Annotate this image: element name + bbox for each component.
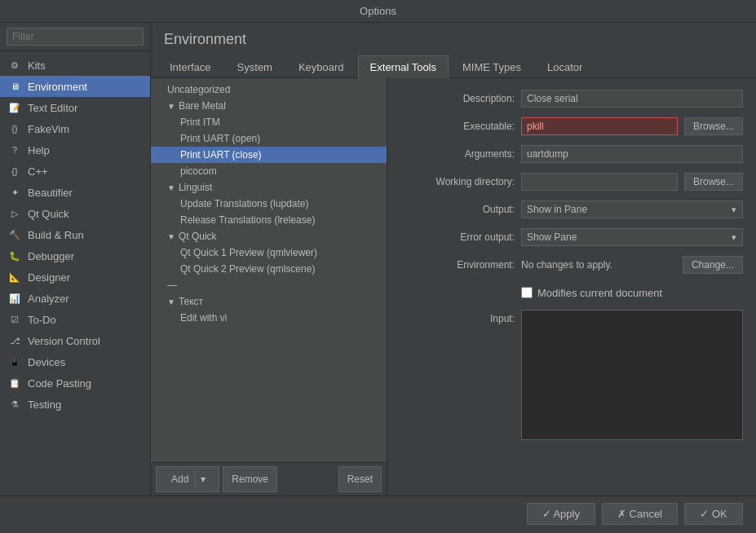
sidebar-item-qt-quick[interactable]: ▷Qt Quick (0, 203, 150, 224)
output-select-wrapper: Show in PaneReplace SelectionIgnoreShow … (521, 200, 743, 218)
error-output-select-wrapper: Show PaneReplace SelectionIgnoreShow in … (521, 228, 743, 246)
remove-button[interactable]: Remove (223, 466, 277, 492)
split-pane: Uncategorized▼Bare MetalPrint ITMPrint U… (151, 78, 756, 496)
help-icon: ? (8, 143, 21, 156)
executable-control (521, 117, 678, 135)
add-button[interactable]: Add (165, 470, 195, 488)
error-output-row: Error output: Show PaneReplace Selection… (400, 227, 743, 248)
sidebar-item-analyzer[interactable]: 📊Analyzer (0, 288, 150, 309)
tab-locator[interactable]: Locator (535, 55, 595, 78)
tree-item-qt-quick-2[interactable]: Qt Quick 2 Preview (qmlscene) (151, 261, 387, 277)
arguments-row: Arguments: (400, 143, 743, 165)
sidebar-item-to-do[interactable]: ☑To-Do (0, 309, 150, 330)
tab-keyboard[interactable]: Keyboard (286, 55, 356, 78)
tree-pane: Uncategorized▼Bare MetalPrint ITMPrint U… (151, 78, 387, 496)
sidebar-label-code-pasting: Code Pasting (28, 377, 91, 390)
sidebar-item-text-editor[interactable]: 📝Text Editor (0, 97, 150, 118)
sidebar-item-help[interactable]: ?Help (0, 139, 150, 161)
executable-label: Executable: (400, 121, 515, 132)
reset-button[interactable]: Reset (338, 466, 382, 492)
sidebar-item-fakevim[interactable]: {}FakeVim (0, 118, 150, 139)
filter-box (0, 23, 150, 51)
title-bar: Options (0, 0, 756, 23)
tab-system[interactable]: System (225, 55, 285, 78)
add-button-group: Add ▾ (156, 466, 219, 492)
sidebar-label-analyzer: Analyzer (28, 293, 69, 305)
tree-item-qt-quick[interactable]: ▼Qt Quick (151, 228, 387, 244)
output-select[interactable]: Show in PaneReplace SelectionIgnoreShow … (521, 200, 743, 218)
sidebar-label-version-control: Version Control (28, 335, 100, 347)
description-input[interactable] (521, 90, 743, 108)
code-pasting-icon: 📋 (8, 377, 21, 390)
debugger-icon: 🐛 (8, 249, 21, 262)
sidebar-item-debugger[interactable]: 🐛Debugger (0, 245, 150, 266)
version-control-icon: ⎇ (8, 334, 21, 347)
sidebar-item-cpp[interactable]: {}C++ (0, 161, 150, 182)
tree-item-print-itm[interactable]: Print ITM (151, 114, 387, 130)
bottom-bar: ✓ Apply ✗ Cancel ✓ OK (0, 496, 756, 531)
fakevim-icon: {} (8, 122, 21, 135)
input-textarea[interactable] (521, 310, 743, 440)
tree-item-qt-quick-1[interactable]: Qt Quick 1 Preview (qmlviewer) (151, 244, 387, 261)
tree-item-print-uart-close[interactable]: Print UART (close) (151, 147, 387, 163)
cancel-button[interactable]: ✗ Cancel (602, 503, 678, 525)
sidebar-items: ⚙Kits🖥Environment📝Text Editor{}FakeVim?H… (0, 51, 150, 496)
ok-button[interactable]: ✓ OK (684, 503, 743, 525)
tab-interface[interactable]: Interface (157, 55, 223, 78)
content-area: Environment InterfaceSystemKeyboardExter… (151, 23, 756, 496)
detail-pane: Description: Executable: Browse... Argum… (387, 78, 756, 496)
executable-browse-button[interactable]: Browse... (684, 117, 743, 135)
environment-row: Environment: No changes to apply. Change… (400, 254, 743, 275)
sidebar-item-environment[interactable]: 🖥Environment (0, 76, 150, 97)
sidebar-label-kits: Kits (28, 59, 46, 72)
tree-item-tekst[interactable]: ▼Текст (151, 293, 387, 310)
tree-item-release-translations[interactable]: Release Translations (lrelease) (151, 212, 387, 228)
tree-divider: — (151, 277, 387, 293)
sidebar-item-designer[interactable]: 📐Designer (0, 266, 150, 288)
environment-label: Environment: (400, 259, 515, 271)
sidebar-item-code-pasting[interactable]: 📋Code Pasting (0, 372, 150, 394)
sidebar: ⚙Kits🖥Environment📝Text Editor{}FakeVim?H… (0, 23, 151, 496)
filter-input[interactable] (7, 28, 144, 46)
working-dir-label: Working directory: (400, 176, 515, 187)
page-title: Environment (151, 23, 756, 55)
working-dir-input[interactable] (521, 173, 678, 191)
sidebar-item-build-run[interactable]: 🔨Build & Run (0, 224, 150, 245)
tree-item-print-uart-open[interactable]: Print UART (open) (151, 130, 387, 147)
sidebar-label-build-run: Build & Run (28, 229, 84, 241)
sidebar-label-environment: Environment (28, 81, 87, 93)
tree-item-bare-metal[interactable]: ▼Bare Metal (151, 98, 387, 114)
tree-scroll: Uncategorized▼Bare MetalPrint ITMPrint U… (151, 78, 387, 462)
modifies-doc-label[interactable]: Modifies current document (537, 287, 662, 299)
add-dropdown-button[interactable]: ▾ (195, 470, 210, 488)
arguments-control (521, 145, 743, 163)
description-row: Description: (400, 88, 743, 109)
tree-item-picocom[interactable]: picocom (151, 163, 387, 179)
arguments-input[interactable] (521, 145, 743, 163)
tree-item-uncategorized[interactable]: Uncategorized (151, 81, 387, 98)
environment-value: No changes to apply. (521, 259, 676, 271)
working-dir-browse-button[interactable]: Browse... (684, 173, 743, 191)
tab-external-tools[interactable]: External Tools (358, 55, 449, 78)
sidebar-item-beautifier[interactable]: ✦Beautifier (0, 182, 150, 203)
sidebar-item-version-control[interactable]: ⎇Version Control (0, 330, 150, 351)
modifies-doc-checkbox[interactable] (521, 287, 533, 298)
sidebar-item-kits[interactable]: ⚙Kits (0, 55, 150, 76)
cpp-icon: {} (8, 165, 21, 178)
text-editor-icon: 📝 (8, 101, 21, 114)
sidebar-item-devices[interactable]: 📱Devices (0, 351, 150, 372)
tree-item-edit-with-vi[interactable]: Edit with vi (151, 310, 387, 326)
apply-button[interactable]: ✓ Apply (527, 503, 595, 525)
description-control (521, 90, 743, 108)
change-button[interactable]: Change... (683, 256, 743, 274)
build-run-icon: 🔨 (8, 228, 21, 241)
tab-mime-types[interactable]: MIME Types (450, 55, 533, 78)
error-output-select[interactable]: Show PaneReplace SelectionIgnoreShow in … (521, 228, 743, 246)
working-dir-control (521, 173, 678, 191)
tree-item-linguist[interactable]: ▼Linguist (151, 179, 387, 196)
tree-item-update-translations[interactable]: Update Translations (lupdate) (151, 196, 387, 212)
input-label: Input: (400, 310, 515, 324)
sidebar-item-testing[interactable]: ⚗Testing (0, 394, 150, 415)
executable-input[interactable] (521, 117, 678, 135)
working-dir-row: Working directory: Browse... (400, 171, 743, 192)
